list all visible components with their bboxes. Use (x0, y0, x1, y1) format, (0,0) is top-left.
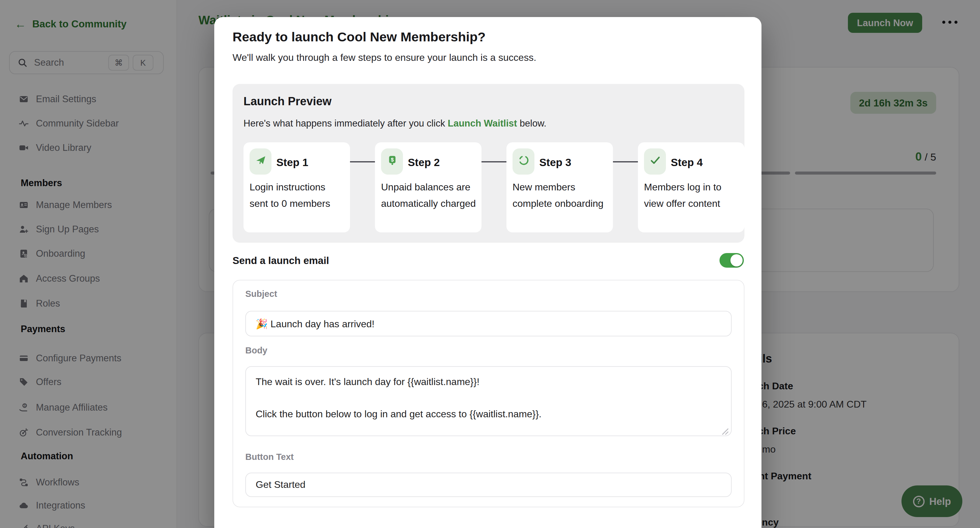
step-card-3: Step 3 New members complete onboarding (506, 142, 613, 232)
launch-preview-panel: Launch Preview Here's what happens immed… (232, 84, 745, 243)
check-icon (649, 154, 661, 168)
send-launch-email-toggle[interactable] (719, 253, 744, 268)
step-description: Login instructions sent to 0 members (250, 179, 345, 212)
description-suffix: below. (517, 118, 547, 128)
step-icon-badge (250, 148, 272, 174)
step-icon-badge: $ (381, 148, 403, 174)
launch-preview-heading: Launch Preview (243, 95, 331, 108)
subject-label: Subject (245, 289, 277, 299)
step-label: Step 3 (539, 156, 571, 169)
svg-text:$: $ (390, 157, 393, 163)
step-connector (613, 161, 638, 162)
price-tag-dollar-icon: $ (386, 154, 398, 168)
step-description: Members log in to view offer content (644, 179, 739, 212)
step-description: Unpaid balances are automatically charge… (381, 179, 476, 212)
body-label: Body (245, 346, 267, 355)
button-text-label: Button Text (245, 452, 294, 462)
description-prefix: Here's what happens immediately after yo… (243, 118, 448, 128)
step-connector (482, 161, 506, 162)
step-label: Step 2 (408, 156, 440, 169)
paper-plane-icon (255, 154, 266, 168)
modal-subtitle: We'll walk you through a few steps to en… (232, 52, 536, 63)
step-label: Step 1 (276, 156, 308, 169)
launch-waitlist-link: Launch Waitlist (448, 118, 517, 128)
step-description: New members complete onboarding (512, 179, 608, 212)
step-connector (350, 161, 375, 162)
modal-title: Ready to launch Cool New Membership? (232, 30, 485, 45)
step-icon-badge (644, 148, 666, 174)
step-label: Step 4 (671, 156, 703, 169)
button-text-input[interactable] (245, 473, 732, 497)
resize-handle-icon[interactable] (722, 427, 729, 438)
step-icon-badge (512, 148, 535, 174)
launch-email-form: Subject Body The wait is over. It's laun… (232, 280, 745, 507)
step-card-2: $ Step 2 Unpaid balances are automatical… (375, 142, 482, 232)
launch-confirmation-modal: Ready to launch Cool New Membership? We'… (214, 17, 762, 528)
subject-input[interactable] (245, 311, 732, 336)
send-launch-email-label: Send a launch email (232, 255, 329, 266)
launch-preview-description: Here's what happens immediately after yo… (243, 118, 546, 129)
step-card-4: Step 4 Members log in to view offer cont… (638, 142, 745, 232)
step-card-1: Step 1 Login instructions sent to 0 memb… (243, 142, 350, 232)
spinner-icon (518, 154, 529, 168)
toggle-knob (730, 254, 743, 266)
body-textarea[interactable]: The wait is over. It's launch day for {{… (245, 366, 732, 436)
app-window: ← Back to Community ⌘ K Email Settings C… (0, 0, 980, 528)
